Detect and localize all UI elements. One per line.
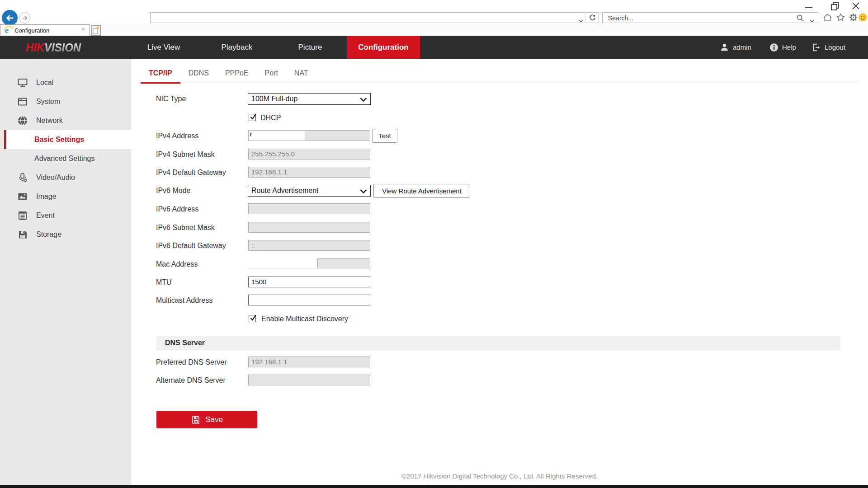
view-route-advertisement-button[interactable]: View Route Advertisement [373,184,470,198]
mtu-input[interactable]: 1500 [248,277,370,287]
home-icon[interactable] [823,13,832,24]
browser-search-box[interactable]: Search... [602,12,818,23]
mac-address-label: Mac Address [156,260,198,268]
main-nav: Live View Playback Picture Configuration [127,36,420,59]
sidebar-item-video-audio[interactable]: Video/Audio [0,168,131,187]
sidebar-item-local[interactable]: Local [0,73,131,92]
app-header: HIKVISION Live View Playback Picture Con… [0,36,868,59]
multicast-address-label: Multicast Address [156,296,212,305]
window-close-button[interactable] [848,0,863,12]
nav-playback[interactable]: Playback [200,36,274,59]
browser-tab-bar: e Configuration × [0,24,868,36]
dhcp-label: DHCP [260,114,281,122]
ipv4-default-gateway-label: IPv4 Default Gateway [156,169,226,177]
save-button[interactable]: Save [156,411,257,428]
address-divider [585,14,586,22]
browser-tab-configuration[interactable]: e Configuration × [0,24,90,36]
dhcp-checkbox[interactable] [249,114,256,121]
logout-icon [812,43,821,52]
ipv6-address-input [248,203,370,214]
settings-gear-icon[interactable] [849,13,858,24]
tab-tcpip[interactable]: TCP/IP [141,68,180,83]
help-button[interactable]: Help [769,36,796,59]
multicast-discovery-checkbox[interactable] [249,315,256,322]
system-window-icon [17,96,28,107]
select-chevron-icon [360,98,367,102]
sidebar-item-basic-settings[interactable]: Basic Settings [4,130,131,149]
help-info-icon [769,43,778,52]
redaction-remnant [250,132,252,136]
multicast-address-input[interactable] [248,295,370,305]
mac-address-input [317,258,370,268]
save-floppy-icon [191,415,201,425]
nav-picture[interactable]: Picture [274,36,347,59]
favorites-star-icon[interactable] [836,13,845,24]
search-dropdown-icon[interactable] [810,16,814,24]
ie-favicon: e [4,26,13,37]
sidebar-item-event[interactable]: Event [0,206,131,225]
ipv4-subnet-mask-label: IPv4 Subnet Mask [156,150,215,159]
minimize-icon [804,1,813,10]
logout-button[interactable]: Logout [812,36,845,59]
test-button[interactable]: Test [372,129,397,143]
search-icon[interactable] [796,14,804,24]
ipv6-subnet-mask-label: IPv6 Subnet Mask [156,224,215,232]
address-dropdown-icon[interactable] [579,16,583,24]
ipv4-address-label: IPv4 Address [156,132,198,140]
ipv4-subnet-mask-input: 255.255.255.0 [248,149,370,160]
mtu-label: MTU [156,278,172,286]
sidebar-item-system[interactable]: System [0,92,131,111]
ipv6-default-gateway-label: IPv6 Default Gateway [156,242,226,250]
dns-server-title: DNS Server [165,339,205,347]
tab-nat[interactable]: NAT [286,68,316,83]
ipv6-subnet-mask-input [248,222,370,233]
refresh-icon[interactable] [589,14,596,23]
tab-close-icon[interactable]: × [80,26,87,33]
window-minimize-button[interactable] [801,0,816,12]
alternate-dns-input [248,375,370,385]
sidebar-item-image[interactable]: Image [0,187,131,206]
ipv6-mode-label: IPv6 Mode [156,187,190,195]
forward-arrow-icon [21,14,28,22]
ipv6-address-label: IPv6 Address [156,205,198,213]
hikvision-logo: HIKVISION [26,40,83,57]
address-bar[interactable] [150,12,599,23]
new-tab-button[interactable] [91,25,101,36]
svg-text:HIKVISION: HIKVISION [26,41,81,54]
tab-port[interactable]: Port [257,68,286,83]
redacted-area [249,131,305,141]
nav-configuration[interactable]: Configuration [347,36,420,59]
help-label: Help [782,43,796,51]
content-tabs: TCP/IP DDNS PPPoE Port NAT [141,68,858,83]
active-tab-underline [141,82,180,84]
sidebar: Local System [0,59,131,485]
nav-live-view[interactable]: Live View [127,36,200,59]
bottom-edge-bar [0,485,868,488]
account-name: admin [733,43,751,51]
screen: Search... [0,0,868,488]
storage-floppy-icon [17,229,28,240]
browser-toolbar: Search... [0,0,868,24]
microphone-icon [17,172,28,183]
network-globe-icon [17,115,28,126]
tab-pppoe[interactable]: PPPoE [217,68,257,83]
dns-server-section: DNS Server [156,336,840,350]
browser-back-button[interactable] [2,10,18,26]
tab-ddns[interactable]: DDNS [180,68,217,83]
feedback-smiley-icon[interactable] [859,13,867,23]
account-indicator: admin [720,36,751,59]
ipv6-mode-select[interactable]: Route Advertisement [248,185,371,197]
browser-forward-button[interactable] [19,12,30,23]
sidebar-item-advanced-settings[interactable]: Advanced Settings [0,149,131,168]
window-restore-button[interactable] [827,0,843,12]
nic-type-select[interactable]: 100M Full-dup [248,93,371,105]
select-chevron-icon [360,189,367,193]
event-notepad-icon [17,210,28,221]
user-icon [720,42,729,52]
save-button-label: Save [205,415,223,424]
close-icon [851,1,860,10]
sidebar-item-storage[interactable]: Storage [0,225,131,244]
alternate-dns-label: Alternate DNS Server [156,376,226,385]
sidebar-item-network[interactable]: Network [0,111,131,130]
preferred-dns-label: Preferred DNS Server [156,358,227,366]
